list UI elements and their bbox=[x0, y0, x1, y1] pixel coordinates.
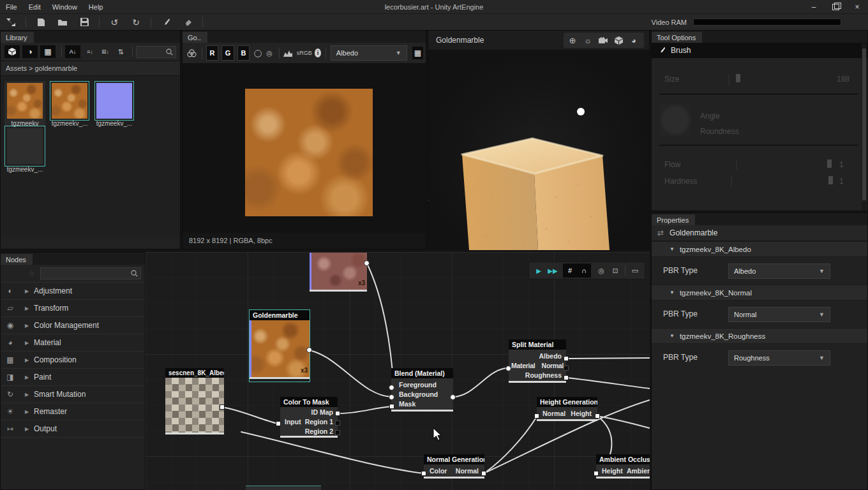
input-port[interactable] bbox=[421, 471, 426, 476]
tab-properties[interactable]: Properties bbox=[652, 214, 695, 225]
tool-options-scrollbar[interactable] bbox=[862, 43, 867, 211]
restore-button[interactable] bbox=[825, 0, 846, 13]
section-albedo-header[interactable]: ▼ tgzmeekv_8K_Albedo bbox=[652, 241, 867, 257]
alpha-channel-icon[interactable]: ◯ bbox=[253, 47, 263, 59]
matte-channel-icon[interactable]: ◎ bbox=[264, 47, 274, 59]
tab-2d-view[interactable]: Go.. bbox=[183, 32, 207, 43]
sort-alpha-icon[interactable]: A↓ bbox=[65, 45, 80, 58]
graph-node-clipped[interactable] bbox=[246, 486, 321, 490]
input-port[interactable] bbox=[389, 404, 394, 409]
tile-view-icon[interactable]: ▦ bbox=[412, 47, 423, 59]
output-port[interactable] bbox=[564, 375, 569, 380]
rgb-wheel-icon[interactable] bbox=[186, 47, 197, 59]
graph-node-split-material[interactable]: Split Material Albedo Material Normal Ro… bbox=[509, 339, 566, 383]
graph-node-color-to-mask[interactable]: Color To Mask ID Map Input Region 1 Regi… bbox=[280, 397, 338, 438]
save-button[interactable] bbox=[76, 16, 93, 29]
section-roughness-header[interactable]: ▼ tgzmeekv_8K_Roughness bbox=[652, 328, 867, 344]
menu-help[interactable]: Help bbox=[83, 3, 109, 11]
input-port[interactable] bbox=[389, 394, 394, 400]
node-category-composition[interactable]: ▩ ▶ Composition bbox=[1, 352, 145, 369]
channel-g-button[interactable]: G bbox=[221, 45, 234, 61]
asset-sphere-filter-icon[interactable]: ◑ bbox=[22, 45, 38, 58]
node-category-adjustment[interactable]: ◐ ▶ Adjustment bbox=[1, 283, 145, 300]
node-category-paint[interactable]: ◨ ▶ Paint bbox=[1, 369, 145, 386]
pbr-type-dropdown-roughness[interactable]: Roughness ▼ bbox=[728, 350, 830, 366]
output-port[interactable] bbox=[335, 420, 340, 426]
graph-node-blend-material[interactable]: Blend (Material) Foreground Background M… bbox=[391, 368, 453, 412]
brush-size-slider[interactable] bbox=[728, 75, 730, 85]
undo-button[interactable]: ↺ bbox=[106, 16, 123, 29]
output-port[interactable] bbox=[306, 347, 312, 353]
favorites-star-icon[interactable]: ☆ bbox=[28, 269, 35, 278]
tab-library[interactable]: Library bbox=[1, 32, 34, 43]
output-port[interactable] bbox=[595, 413, 600, 419]
node-category-output[interactable]: ↦ ▶ Output bbox=[1, 420, 145, 438]
graph-node-goldenmarble[interactable]: Goldenmarble x3 bbox=[250, 310, 310, 382]
output-port[interactable] bbox=[335, 430, 340, 435]
library-search-input[interactable] bbox=[136, 46, 176, 58]
pbr-type-dropdown-normal[interactable]: Normal ▼ bbox=[728, 307, 830, 322]
histogram-icon[interactable] bbox=[283, 47, 293, 59]
srgb-label[interactable]: sRGB bbox=[297, 50, 312, 56]
output-port[interactable] bbox=[564, 356, 569, 361]
output-port[interactable] bbox=[450, 394, 456, 400]
input-port[interactable] bbox=[276, 421, 281, 426]
input-port[interactable] bbox=[534, 413, 539, 419]
map-type-dropdown[interactable]: Albedo ▼ bbox=[331, 45, 407, 61]
sort-type-icon[interactable]: ≡↓ bbox=[83, 45, 97, 58]
menu-file[interactable]: File bbox=[0, 3, 23, 11]
graph-node-sescnen-albedo[interactable]: sescnen_8K_Albedo bbox=[165, 368, 224, 437]
channel-r-button[interactable]: R bbox=[206, 45, 218, 61]
open-file-button[interactable] bbox=[54, 16, 71, 29]
new-file-button[interactable] bbox=[33, 16, 49, 29]
camera-icon[interactable] bbox=[596, 34, 610, 47]
menu-edit[interactable]: Edit bbox=[23, 3, 47, 11]
panel-layout-button[interactable]: ▭ bbox=[628, 267, 642, 275]
graph-node-height-generation[interactable]: Height Generation Normal Height bbox=[537, 397, 597, 421]
environment-icon[interactable]: ⊕ bbox=[565, 34, 580, 47]
menu-window[interactable]: Window bbox=[47, 3, 83, 11]
pbr-type-dropdown-albedo[interactable]: Albedo ▼ bbox=[728, 264, 830, 279]
close-button[interactable]: × bbox=[846, 0, 868, 13]
tab-tool-options[interactable]: Tool Options bbox=[652, 32, 702, 43]
transform-tool-icon[interactable] bbox=[3, 16, 19, 29]
brush-flow-slider[interactable] bbox=[736, 160, 737, 170]
overlay-toggle-button[interactable]: ◎ bbox=[594, 267, 608, 275]
light-icon[interactable]: ☼ bbox=[581, 34, 595, 47]
snap-magnet-button[interactable]: ∩ bbox=[577, 267, 591, 274]
sort-direction-icon[interactable]: ⇅ bbox=[114, 45, 128, 58]
fit-view-button[interactable]: ⊡ bbox=[608, 267, 622, 275]
graph-node-texture[interactable]: x3 bbox=[310, 253, 367, 292]
eraser-tool-button[interactable] bbox=[179, 16, 196, 29]
redo-button[interactable]: ↻ bbox=[128, 16, 144, 29]
sort-date-icon[interactable]: ⊞↓ bbox=[98, 45, 112, 58]
output-port[interactable] bbox=[564, 366, 569, 371]
brush-hardness-slider[interactable] bbox=[731, 177, 732, 187]
run-all-button[interactable]: ▶▶ bbox=[546, 267, 560, 274]
viewport-3d[interactable] bbox=[428, 50, 649, 250]
material-sphere-icon[interactable]: ◕ bbox=[627, 34, 641, 47]
node-category-smart-mutation[interactable]: ↻ ▶ Smart Mutation bbox=[1, 386, 145, 403]
tab-nodes[interactable]: Nodes bbox=[1, 254, 33, 265]
input-port[interactable] bbox=[505, 366, 511, 371]
input-port[interactable] bbox=[594, 471, 599, 476]
breadcrumb[interactable]: Assets > goldenmarble bbox=[1, 61, 180, 76]
asset-item[interactable]: tgzmeekv_... bbox=[4, 126, 45, 173]
output-port[interactable] bbox=[481, 471, 486, 476]
node-category-transform[interactable]: ▱ ▶ Transform bbox=[1, 300, 145, 317]
node-category-color-management[interactable]: ◉ ▶ Color Management bbox=[1, 317, 145, 334]
nodes-search-input[interactable] bbox=[40, 267, 141, 279]
info-icon[interactable]: i bbox=[315, 48, 321, 57]
graph-node-normal-generation[interactable]: Normal Generation Color Normal bbox=[424, 454, 484, 479]
output-port[interactable] bbox=[220, 405, 225, 410]
grid-toggle-button[interactable]: # bbox=[563, 267, 577, 274]
channel-b-button[interactable]: B bbox=[237, 45, 250, 61]
output-port[interactable] bbox=[335, 411, 340, 416]
run-button[interactable]: ▶ bbox=[532, 267, 546, 274]
asset-cube-filter-icon[interactable] bbox=[4, 45, 20, 58]
asset-item[interactable]: tgzmeekv_... bbox=[94, 81, 135, 127]
minimize-button[interactable]: – bbox=[803, 0, 825, 13]
input-port[interactable] bbox=[389, 385, 394, 390]
asset-item[interactable]: tgzmeekv_... bbox=[49, 81, 90, 127]
node-graph-canvas[interactable]: ▶ ▶▶ # ∩ ◎ ⊡ ▭ x3 Goldenmarble x3 bbox=[146, 252, 650, 490]
